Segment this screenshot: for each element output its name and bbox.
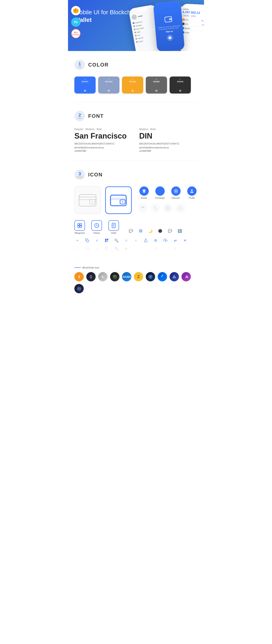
history-icon [92,220,102,231]
discover-icon-faded [163,204,172,213]
blockchain-section: BlockChain Icon ₿ Ł DASH Z [68,262,204,302]
color-section-number: 1 ONE [74,60,85,70]
qr-icon-faded [104,246,110,252]
ps-badge: Ps [71,18,80,27]
font-sf-lowercase: abcdefghijklmnopqrstuvwxyz [74,146,133,150]
plus-icon-faded: ＋ [74,246,80,252]
exchange-icon-faded [151,204,160,213]
icon-section-header: 3 THREE ICON [74,170,198,180]
profile-icon [187,186,196,196]
chat-icon: 💬 [128,228,134,234]
crypto-icon-stratis [170,272,179,282]
color-swatch-grayblue: # 8DA0C8 [98,76,120,94]
share-icon [143,238,149,243]
icon-profile: Profile [186,186,198,199]
nav-icons-container: Assets Exchange Discover [138,186,198,216]
assets-label: Assets [141,197,147,199]
font-din-label: Medium · Bold [139,128,198,131]
crypto-icon-zcash: Z [134,272,143,282]
font-sf-name: San Francisco [74,132,133,140]
svg-rect-22 [78,226,80,228]
back-icon: ‹ [133,238,139,243]
svg-rect-8 [79,197,96,200]
svg-point-18 [175,190,176,192]
mgmt-icons-row: Mangment History Order [74,220,198,234]
sketch-badge [71,6,80,15]
svg-rect-39 [105,247,106,248]
bubble-icon: 💬 [166,228,174,234]
icon-section: 3 THREE ICON [68,161,204,262]
svg-rect-38 [87,248,89,250]
copy-icon [84,238,90,243]
management-icon [74,220,85,231]
order-icon [108,220,119,231]
font-section-title: FONT [88,113,104,119]
search-icon: 🔍 [114,238,120,243]
tool-icons-row-2-faded: ＋ ✓ 🔍 ★ ‹ ↔ ✕ → ℹ [74,246,198,252]
font-section: 2 TWO FONT Regular · Medium · Bold San F… [68,102,204,161]
icon-management: Mangment [74,220,85,234]
icon-section-title: ICON [88,172,103,178]
font-din-name: DIN [139,132,198,140]
font-sf-numbers: 1234567890 [74,150,133,152]
exchange-icon [155,186,165,196]
svg-rect-30 [87,240,89,242]
svg-point-19 [166,206,170,210]
font-din-lowercase: abcdefghijklmnopqrstuvwxyz [139,146,198,150]
phones-container: Profile Manament Message Red-Colled Nigh… [132,2,204,51]
utility-icons: 💬 🌙 ⚫ 💬 ℹ️ [128,228,183,234]
icon-section-number: 3 THREE [74,170,85,180]
management-label: Mangment [74,232,84,234]
color-swatches-container: # 3574FA # 8DA0C8 # F5A623 # 666666 [74,76,198,94]
font-din-uppercase: ABCDEFGHIJKLMNOPQRSTUVWXYZ [139,142,198,146]
crypto-icon-eth [86,272,96,282]
info-icon-faded: ℹ [172,246,178,252]
crypto-icon-hbar [74,284,84,293]
color-section-header: 1 ONE COLOR [74,60,198,70]
swap-icon: ⇄ [172,238,178,243]
svg-rect-24 [80,226,82,228]
wallet-wireframe-1 [74,186,101,214]
qr-icon [104,238,110,243]
star-icon-highlight: ★ [123,246,129,252]
svg-rect-41 [105,249,106,250]
screens-badge: 60+ Screens [71,29,80,38]
font-sf: Regular · Medium · Bold San Francisco AB… [74,128,133,152]
moon-icon: 🌙 [147,228,154,234]
font-section-number: 2 TWO [74,111,85,121]
color-swatch-blue: # 3574FA [74,76,96,94]
tool-icons-row-1: ＋ ✓ 🔍 ☆ ‹ ⚙ ⇄ ✕ [74,238,198,243]
star-icon: ☆ [123,238,129,243]
crypto-icons-row: ₿ Ł DASH Z [74,272,198,293]
font-din-numbers: 1234567890 [139,150,198,152]
hero-badges: Ps 60+ Screens [71,6,80,38]
exchange-label: Exchange [155,197,164,199]
font-din: Medium · Bold DIN ABCDEFGHIJKLMNOPQRSTUV… [139,128,198,152]
font-sf-uppercase: ABCDEFGHIJKLMNOPQRSTUVWXYZ [74,142,133,146]
close-icon: ✕ [182,238,188,243]
nav-icons-row-1: Assets Exchange Discover [138,186,198,199]
upload-icon [162,238,168,243]
history-label: History [93,232,100,234]
crypto-icon-ltc: Ł [98,272,108,282]
svg-rect-36 [106,241,106,242]
layers-icon [137,228,144,234]
settings-icon: ⚙ [152,238,158,243]
crypto-icon-grid [146,272,155,282]
profile-label: Profile [189,197,195,199]
icon-order: Order [108,220,119,234]
wallet-icon-filled [105,186,132,214]
font-section-header: 2 TWO FONT [74,111,198,121]
circle-icon: ⚫ [157,228,164,234]
font-sf-label: Regular · Medium · Bold [74,128,133,131]
phone-mockup-2: Character may be manifested in the great… [153,1,185,51]
assets-icon-faded [138,204,148,213]
profile-icon-faded [176,204,185,213]
check-icon-faded: ✓ [94,246,100,252]
crypto-icon-btc: ₿ [74,272,84,282]
info-icon: ℹ️ [176,228,183,234]
hero-section: Mobile UI for Blockchain Wallet UI Kit P… [68,0,204,51]
color-swatch-orange: # F5A623 [122,76,143,94]
discover-label: Discover [172,197,180,199]
assets-icon [140,186,149,196]
